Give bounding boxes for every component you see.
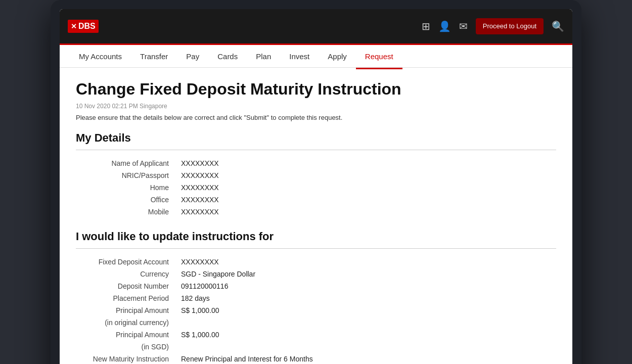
nav-item-apply[interactable]: Apply xyxy=(319,44,356,68)
label-placement-period: Placement Period xyxy=(76,292,177,304)
update-heading: I would like to update instructions for xyxy=(76,230,556,243)
table-row: Fixed Deposit Account XXXXXXXX xyxy=(76,256,556,268)
value-currency: SGD - Singapore Dollar xyxy=(177,268,556,280)
label-currency: Currency xyxy=(76,268,177,280)
table-row: Office XXXXXXXX xyxy=(76,194,556,206)
nav-menu: My Accounts Transfer Pay Cards Plan Inve… xyxy=(60,43,572,68)
label-mobile: Mobile xyxy=(76,206,177,218)
nav-item-invest[interactable]: Invest xyxy=(280,44,319,68)
table-row: Placement Period 182 days xyxy=(76,292,556,304)
nav-item-transfer[interactable]: Transfer xyxy=(131,44,177,68)
nav-item-my-accounts[interactable]: My Accounts xyxy=(70,44,131,68)
table-row: New Maturity Instruction Renew Principal… xyxy=(76,353,556,364)
value-principal-sgd: S$ 1,000.00 xyxy=(177,329,556,341)
logout-button[interactable]: Proceed to Logout xyxy=(476,18,544,35)
table-row: Mobile XXXXXXXX xyxy=(76,206,556,218)
value-fd-account: XXXXXXXX xyxy=(177,256,556,268)
table-row: Currency SGD - Singapore Dollar xyxy=(76,268,556,280)
main-content: Change Fixed Deposit Maturity Instructio… xyxy=(60,68,572,364)
my-details-heading: My Details xyxy=(76,131,556,145)
divider-1 xyxy=(76,150,556,150)
top-icons: ⊞ 👤 ✉ Proceed to Logout 🔍 xyxy=(422,18,564,35)
label-deposit-number: Deposit Number xyxy=(76,280,177,292)
logo-brand: DBS xyxy=(78,22,96,31)
nav-item-plan[interactable]: Plan xyxy=(247,44,280,68)
profile-icon[interactable]: 👤 xyxy=(438,20,451,32)
page-title: Change Fixed Deposit Maturity Instructio… xyxy=(76,80,556,99)
table-row: Name of Applicant XXXXXXXX xyxy=(76,157,556,169)
table-row: Home XXXXXXXX xyxy=(76,181,556,194)
label-nric: NRIC/Passport xyxy=(76,169,177,181)
table-row: NRIC/Passport XXXXXXXX xyxy=(76,169,556,181)
sublabel-sgd: (in SGD) xyxy=(76,341,177,353)
value-office: XXXXXXXX xyxy=(177,194,556,206)
deposit-details-table: Fixed Deposit Account XXXXXXXX Currency … xyxy=(76,256,556,364)
table-row: Principal Amount S$ 1,000.00 xyxy=(76,304,556,316)
nav-item-request[interactable]: Request xyxy=(356,45,402,69)
label-name: Name of Applicant xyxy=(76,157,177,169)
table-row: Deposit Number 091120000116 xyxy=(76,280,556,292)
label-office: Office xyxy=(76,194,177,206)
divider-2 xyxy=(76,248,556,249)
label-maturity-instruction: New Maturity Instruction xyxy=(76,353,177,364)
timestamp: 10 Nov 2020 02:21 PM Singapore xyxy=(76,103,556,110)
value-placement-period: 182 days xyxy=(177,292,556,304)
value-nric: XXXXXXXX xyxy=(177,169,556,181)
label-principal-orig: Principal Amount xyxy=(76,304,177,316)
value-name: XXXXXXXX xyxy=(177,157,556,169)
logo-x-icon: ✕ xyxy=(71,22,77,30)
my-details-table: Name of Applicant XXXXXXXX NRIC/Passport… xyxy=(76,157,556,218)
nav-item-cards[interactable]: Cards xyxy=(208,44,247,68)
label-principal-sgd: Principal Amount xyxy=(76,329,177,341)
table-row-sublabel: (in SGD) xyxy=(76,341,556,353)
search-icon[interactable]: 🔍 xyxy=(552,20,564,32)
logo-box: ✕ DBS xyxy=(68,20,99,33)
laptop-frame: ✕ DBS ⊞ 👤 ✉ Proceed to Logout 🔍 My Accou… xyxy=(51,0,581,364)
value-principal-orig: S$ 1,000.00 xyxy=(177,304,556,316)
value-home: XXXXXXXX xyxy=(177,181,556,194)
logo-area: ✕ DBS xyxy=(68,20,99,33)
nav-item-pay[interactable]: Pay xyxy=(177,44,208,68)
label-home: Home xyxy=(76,181,177,194)
value-mobile: XXXXXXXX xyxy=(177,206,556,218)
mail-icon[interactable]: ✉ xyxy=(459,20,468,32)
table-row-sublabel: (in original currency) xyxy=(76,316,556,329)
label-fd-account: Fixed Deposit Account xyxy=(76,256,177,268)
sublabel-orig: (in original currency) xyxy=(76,316,177,329)
top-bar: ✕ DBS ⊞ 👤 ✉ Proceed to Logout 🔍 xyxy=(60,9,572,43)
table-row: Principal Amount S$ 1,000.00 xyxy=(76,329,556,341)
screen: ✕ DBS ⊞ 👤 ✉ Proceed to Logout 🔍 My Accou… xyxy=(60,9,572,364)
accounts-icon[interactable]: ⊞ xyxy=(422,20,430,32)
value-maturity-instruction: Renew Principal and Interest for 6 Month… xyxy=(177,353,556,364)
instruction-text: Please ensure that the details below are… xyxy=(76,114,556,121)
value-deposit-number: 091120000116 xyxy=(177,280,556,292)
